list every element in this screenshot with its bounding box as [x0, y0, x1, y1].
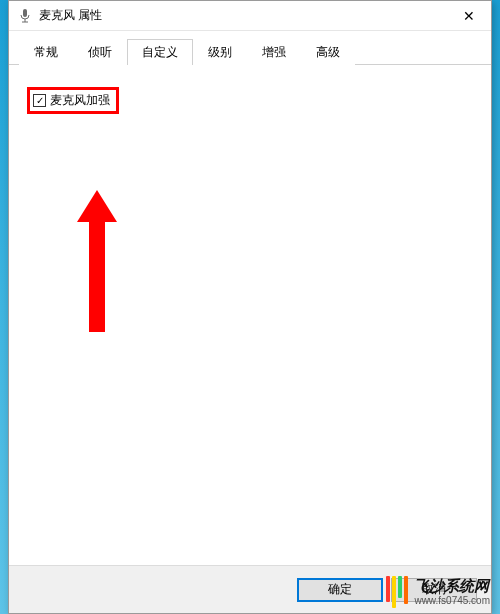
cancel-button[interactable]: 取消: [391, 578, 477, 602]
dialog-button-row: 确定 取消: [9, 565, 491, 613]
annotation-arrow: [77, 190, 117, 332]
microphone-icon: [17, 8, 33, 24]
close-icon: ✕: [463, 8, 475, 24]
mic-boost-label: 麦克风加强: [50, 92, 110, 109]
tab-custom[interactable]: 自定义: [127, 39, 193, 65]
tab-listen[interactable]: 侦听: [73, 39, 127, 65]
window-title: 麦克风 属性: [39, 7, 449, 24]
tab-enhancements[interactable]: 增强: [247, 39, 301, 65]
microphone-properties-dialog: 麦克风 属性 ✕ 常规 侦听 自定义 级别 增强 高级 ✓ 麦克风加强 确定 取…: [8, 0, 492, 614]
tab-levels[interactable]: 级别: [193, 39, 247, 65]
mic-boost-checkbox-row[interactable]: ✓ 麦克风加强: [27, 87, 119, 114]
tabstrip: 常规 侦听 自定义 级别 增强 高级: [9, 31, 491, 65]
tab-general[interactable]: 常规: [19, 39, 73, 65]
close-button[interactable]: ✕: [449, 2, 489, 30]
svg-rect-0: [23, 9, 27, 17]
ok-button[interactable]: 确定: [297, 578, 383, 602]
titlebar: 麦克风 属性 ✕: [9, 1, 491, 31]
tab-panel-custom: ✓ 麦克风加强: [9, 65, 491, 565]
tab-advanced[interactable]: 高级: [301, 39, 355, 65]
mic-boost-checkbox[interactable]: ✓: [33, 94, 46, 107]
